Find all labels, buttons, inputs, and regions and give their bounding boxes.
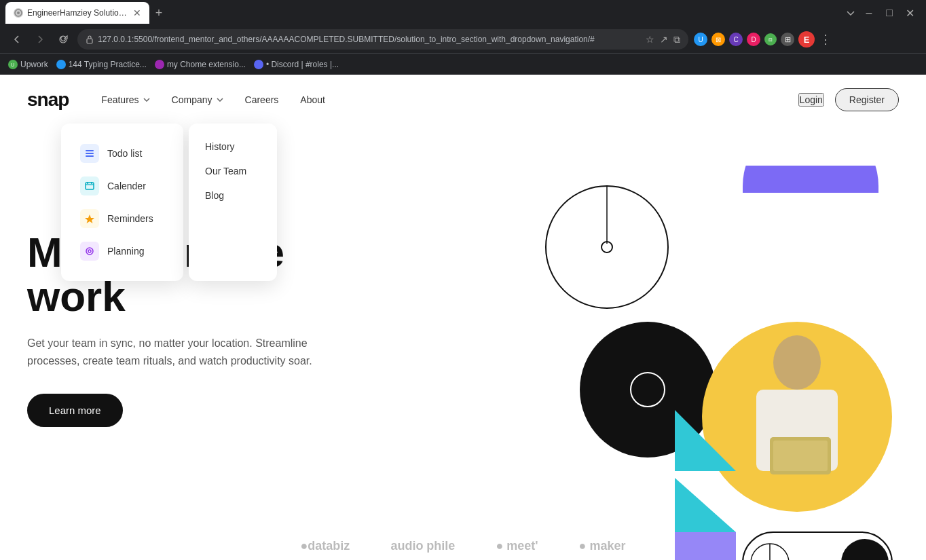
window-controls: – □ ✕ [845,7,926,20]
navbar: snap Features Company Careers About Logi… [0,75,926,125]
bookmark-typing-label: 144 Typing Practice... [69,60,147,69]
url-text: 127.0.0.1:5500/frontend_mentor_and_other… [98,35,595,44]
reminders-label: Reminders [107,213,153,224]
svg-rect-17 [743,186,878,193]
chrome-ext-icon [155,60,164,69]
bookmark-discord[interactable]: • Discord | #roles |... [254,60,339,69]
share-icon[interactable]: ↗ [660,34,668,45]
extensions-icon[interactable]: ⧉ [673,34,680,45]
features-label: Features [101,94,138,105]
svg-rect-7 [86,183,94,189]
svg-text:U: U [11,62,14,67]
login-button[interactable]: Login [798,93,824,107]
register-button[interactable]: Register [835,88,899,111]
svg-rect-2 [87,39,92,43]
nav-company[interactable]: Company [172,94,223,105]
nav-about[interactable]: About [300,94,325,105]
new-tab-button[interactable]: + [149,3,168,22]
tab-close-button[interactable]: ✕ [133,7,141,18]
svg-point-12 [86,248,93,255]
features-item-reminders[interactable]: Reminders [75,202,170,235]
logo-databiz: ●databiz [300,539,350,553]
tab-bar: EngineerHamziey Solution to Int... ✕ + –… [0,0,926,26]
hero-subtitle: Get your team in sync, no matter your lo… [27,335,312,369]
svg-rect-24 [773,441,828,471]
typing-icon [56,60,66,69]
lock-icon [86,35,94,44]
dropdown-container: Todo list Calender Reminders Planning [61,124,277,281]
nav-careers[interactable]: Careers [245,94,279,105]
ext-discord[interactable]: D [747,33,760,46]
calendar-label: Calender [107,181,146,191]
menu-button[interactable]: ⋮ [819,33,832,46]
svg-rect-4 [86,150,94,151]
features-dropdown: Todo list Calender Reminders Planning [61,124,183,281]
refresh-button[interactable] [54,31,72,48]
user-avatar[interactable]: E [798,31,815,48]
back-button[interactable] [8,31,26,48]
features-item-todo[interactable]: Todo list [75,137,170,170]
active-tab[interactable]: EngineerHamziey Solution to Int... ✕ [5,2,149,24]
company-item-blog[interactable]: Blog [205,183,261,208]
forward-button[interactable] [31,31,49,48]
bookmark-chrome-label: my Chome extensio... [167,60,246,69]
minimize-button[interactable]: – [861,7,877,19]
bookmark-star-icon[interactable]: ☆ [646,34,654,45]
planning-label: Planning [107,246,145,257]
ext-chrome[interactable]: C [729,33,743,46]
calendar-icon [80,176,99,195]
features-item-calendar[interactable]: Calender [75,170,170,202]
nav-features[interactable]: Features [101,94,149,105]
planning-icon [80,242,99,261]
svg-rect-27 [675,532,736,560]
learn-more-button[interactable]: Learn more [27,394,123,427]
address-bar[interactable]: 127.0.0.1:5500/frontend_mentor_and_other… [77,29,688,50]
address-bar-row: 127.0.0.1:5500/frontend_mentor_and_other… [0,26,926,53]
upwork-icon: U [8,60,18,69]
about-label: About [300,94,325,105]
browser-chrome: EngineerHamziey Solution to Int... ✕ + –… [0,0,926,75]
bookmark-upwork[interactable]: U Upwork [8,60,48,69]
svg-rect-6 [86,155,94,157]
nav-actions: Login Register [798,88,899,111]
maximize-button[interactable]: □ [881,7,897,19]
svg-marker-11 [85,214,94,223]
bookmark-upwork-label: Upwork [20,60,48,69]
ext-upwork[interactable]: U [694,33,707,46]
todo-label: Todo list [107,148,142,159]
hero-illustration [532,166,899,560]
features-item-planning[interactable]: Planning [75,235,170,267]
company-chevron-icon [217,98,223,102]
scroll-down-icon [845,7,857,19]
tab-title: EngineerHamziey Solution to Int... [27,8,129,18]
bookmarks-bar: U Upwork 144 Typing Practice... my Chome… [0,53,926,75]
close-button[interactable]: ✕ [902,7,918,20]
careers-label: Careers [245,94,279,105]
svg-point-30 [841,539,889,560]
layout-button[interactable]: ⊞ [781,33,794,46]
company-label: Company [172,94,212,105]
ext-puzzle[interactable]: ⧈ [764,33,777,45]
extension-area: U ⊠ C D ⧈ ⊞ E ⋮ [694,31,832,48]
hero-svg [532,166,899,560]
address-bar-icons: ☆ ↗ ⧉ [646,34,680,45]
bookmark-discord-label: • Discord | #roles |... [266,60,339,69]
logo-audiophile: audio phile [390,539,455,553]
page-content: snap Features Company Careers About Logi… [0,75,926,560]
discord-icon [254,60,263,69]
ext-bookmark[interactable]: ⊠ [711,33,725,46]
bookmark-chrome-ext[interactable]: my Chome extensio... [155,60,246,69]
svg-point-1 [17,12,20,14]
company-item-our-team[interactable]: Our Team [205,159,261,183]
company-item-history[interactable]: History [205,134,261,159]
todo-icon [80,144,99,163]
bookmark-typing[interactable]: 144 Typing Practice... [56,60,147,69]
svg-marker-26 [675,478,736,532]
svg-point-21 [773,335,821,390]
features-chevron-icon [143,98,150,102]
tab-favicon [14,8,23,18]
site-logo[interactable]: snap [27,89,69,111]
svg-point-13 [88,250,91,253]
reminders-icon [80,209,99,228]
svg-rect-5 [86,153,94,154]
